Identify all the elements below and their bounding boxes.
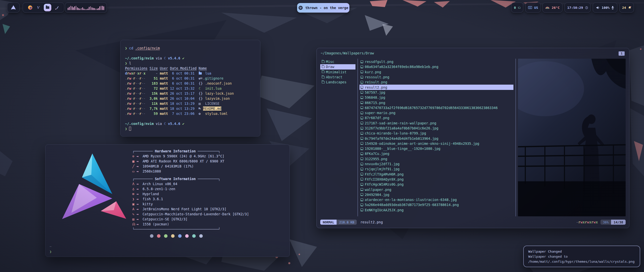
module-notifications[interactable]: 24 — [619, 3, 634, 13]
notification-count: 24 — [622, 6, 626, 10]
file-list-item[interactable]: 596848.jpg — [359, 95, 513, 100]
arrow-icon: → — [136, 181, 142, 186]
file-list-item[interactable]: 3126f7e9bbf21a8a4af0b67b041c6e26.jpg — [359, 126, 513, 131]
folder-icon — [322, 76, 325, 78]
file-list-item[interactable]: 866715.png — [359, 100, 513, 105]
file-owner: matt — [160, 91, 168, 96]
workspace-files-active[interactable] — [44, 4, 51, 11]
visualizer-bar — [92, 7, 92, 10]
section-title: Software Information — [155, 177, 196, 181]
file-list-item[interactable]: result2.png — [359, 85, 513, 90]
sidebar-item-misc[interactable]: Misc — [320, 59, 355, 64]
file-list-item[interactable]: 5a266e448add93deab367d87173e9f25-6837886… — [359, 202, 513, 207]
file-list-item[interactable]: ressdfgult.png — [359, 59, 513, 64]
visualizer-bar — [88, 9, 88, 10]
file-name: 0c794faf07de24a4db4d4fb1eb813964.jpg — [365, 137, 438, 141]
arrow-icon: → — [136, 217, 142, 222]
sidebar-item-draw[interactable]: Draw — [320, 64, 355, 69]
arrow-icon: → — [136, 186, 142, 191]
file-date: 18 oct 13:29 — [170, 106, 197, 111]
section-title: Hardware Information — [155, 149, 196, 153]
file-list-item[interactable]: 587597.jpg — [359, 90, 513, 95]
column-header: User — [160, 66, 168, 71]
file-name: FXfcII0X0AQyn9X.png — [365, 177, 404, 181]
file-name: super-mario.png — [365, 111, 395, 115]
file-list-item[interactable]: 8FKa7Cu.jpeg — [359, 151, 513, 156]
file-list-item[interactable]: 68747470733a2f2f696d616765732d7769786d70… — [359, 105, 513, 110]
sidebar-item-minimalist[interactable]: Minimalist — [320, 70, 355, 75]
display-icon: ▭ — [132, 169, 136, 174]
sidebar-label: Landscapes — [326, 80, 346, 84]
workspace-firefox[interactable] — [28, 5, 33, 10]
mode-indicator: NORMAL — [320, 220, 337, 225]
file-owner: matt — [160, 81, 168, 86]
workspace-paint[interactable] — [55, 5, 59, 10]
media-player-widget[interactable]: thrown - on the verge — [297, 3, 349, 13]
fetch-row: ᗣ→1558 (pacman) — [132, 222, 249, 227]
file-list-item[interactable]: 217167-sad-anime-rain-wallpaper.png — [359, 121, 513, 126]
visualizer-bar — [101, 6, 102, 10]
file-name: stylua.toml — [205, 112, 228, 116]
file-list-item[interactable]: FXfcII0X0AQyn9X.png — [359, 177, 513, 182]
visualizer-bar — [84, 9, 84, 10]
file-name: init.lua — [205, 86, 222, 90]
file-list-item[interactable]: resssult.png — [359, 75, 513, 80]
file-list-item[interactable]: FXfcJlTXgAMvH6R.png — [359, 172, 513, 177]
file-list-item[interactable]: 20492984.jpg — [359, 192, 513, 197]
file-list-item[interactable]: 87r687df.png — [359, 115, 513, 120]
file-name: .neoconf.json — [205, 81, 232, 85]
sidebar-label: Misc — [326, 60, 334, 64]
visualizer-bar — [93, 8, 94, 10]
file-name: FXfcHgcWIAMzs0G.png — [365, 182, 404, 186]
file-list-item[interactable]: kurz.png — [359, 70, 513, 75]
permissions: .rw-r--r-- — [125, 96, 147, 101]
file-list-item[interactable]: 154928-odinokoe_anime-art-anime-okno-sin… — [359, 141, 513, 146]
palette-dot — [185, 234, 189, 238]
file-list-item[interactable]: EeNKYgIUcAAJ5JX.png — [359, 208, 513, 213]
visualizer-bar — [74, 6, 75, 10]
file-manager-window[interactable]: ~/Imagenes/Wallpapers/Draw 1 MiscDrawMin… — [316, 48, 629, 228]
module-audio[interactable]: 100% — [593, 3, 617, 13]
file-list-item[interactable]: 19201080-__blue-tinge__-1920×1080.jpg — [359, 146, 513, 151]
sidebar-item-landscapes[interactable]: Landscapes — [320, 80, 355, 85]
file-list-item[interactable]: super-mario.png — [359, 110, 513, 115]
file-list-item[interactable]: 0c794faf07de24a4db4d4fb1eb813964.jpg — [359, 136, 513, 141]
module-updates[interactable]: 0 — [511, 3, 523, 13]
launcher-button[interactable] — [7, 3, 20, 13]
palette-dot — [192, 234, 196, 238]
file-list-item[interactable]: chica-mirando-la-luna-8799.jpg — [359, 131, 513, 136]
fetch-row: ⊙→AMD Ryzen 9 5900X (24) @ 4.9GHz [61.3°… — [132, 154, 249, 159]
folder-icon — [46, 6, 49, 9]
book-icon: ▤ — [199, 101, 203, 106]
file-name: 154928-odinokoe_anime-art-anime-okno-sin… — [365, 142, 479, 146]
image-icon — [360, 81, 363, 84]
module-weather[interactable]: 26°C — [542, 3, 562, 13]
workspace-neovim[interactable]: V — [36, 5, 41, 10]
sidebar-item-abstract[interactable]: Abstract — [320, 75, 355, 80]
arch-icon — [11, 5, 16, 10]
prompt-line[interactable]: ❯ — [125, 126, 256, 131]
file-row: .rw-r--r--3,0kmatt26 oct 10:04{}lazyvim.… — [125, 96, 256, 101]
file-list-item[interactable]: nnvuv0xj2df71.jpg — [359, 161, 513, 166]
file-list-item[interactable]: FXfcHgcWIAMzs0G.png — [359, 182, 513, 187]
list-position: 14/38 — [611, 220, 626, 225]
selected-filename: result2.png — [360, 220, 383, 224]
folder-icon — [322, 66, 325, 68]
file-list-item[interactable]: atardecer-en-la-montanas-ilustracion-634… — [359, 197, 513, 202]
file-list-item[interactable]: rsjqojlmjhf91.jpg — [359, 166, 513, 172]
notification-popup[interactable]: Wallpaper Changed Wallpaper changed to /… — [523, 246, 640, 267]
file-list-item[interactable]: 08a634fa02a32364f69ebc86a98eb1eb.png — [359, 64, 513, 69]
tab-badge[interactable]: 1 — [619, 51, 625, 56]
file-list-item[interactable]: re1sult.png — [359, 80, 513, 85]
permissions: .rw-r--r-- — [125, 111, 147, 116]
module-clock[interactable]: 17:50:29 — [565, 3, 591, 13]
terminal-window[interactable]: ❯ cd .config/nvim ~/.config/nvim via ☾ v… — [120, 40, 260, 137]
file-list-item[interactable]: 3122955.png — [359, 156, 513, 161]
fetch-row: ⊞→Hyprland — [132, 191, 249, 196]
system-fetch-window[interactable]: ┌───────── Hardware Information ────────… — [45, 144, 290, 257]
module-keyboard-layout[interactable]: US — [525, 3, 541, 13]
fetch-row: ✎→Catppuccin-Macchiato-Standard-Lavender… — [132, 212, 249, 217]
visualizer-bar — [79, 9, 80, 10]
audio-visualizer — [65, 3, 107, 13]
file-list-item[interactable]: wallpaper.png — [359, 187, 513, 192]
